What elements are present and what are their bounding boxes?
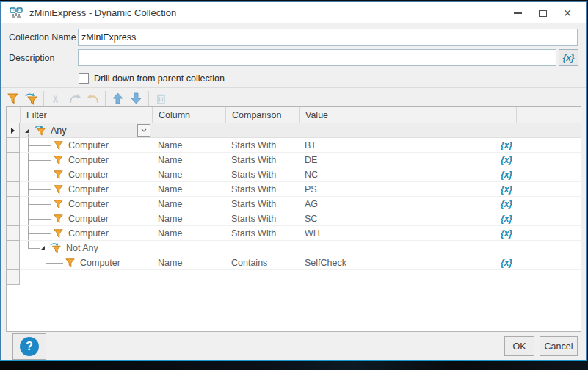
value-text: SelfCheck <box>305 258 346 268</box>
filter-row[interactable]: Computer Name Starts With WH{x} <box>7 226 581 241</box>
comparison-cell: Starts With <box>225 153 299 167</box>
filter-row[interactable]: Computer Name Starts With SC{x} <box>7 211 581 226</box>
expression-button[interactable]: {x} <box>501 214 516 224</box>
move-down-button[interactable] <box>128 90 145 107</box>
filter-row[interactable]: Computer Name Contains SelfCheck{x} <box>7 255 581 270</box>
group-operator-dropdown[interactable] <box>137 124 150 137</box>
column-cell: Name <box>152 182 225 197</box>
value-text: AG <box>305 199 318 209</box>
help-button[interactable]: ? <box>12 333 46 360</box>
filter-type-label: Computer <box>68 184 109 195</box>
filter-group-row-any[interactable]: Any <box>7 123 581 138</box>
dynamic-collection-dialog: zMiniExpress - Dynamic Collection ✕ Coll… <box>0 1 587 361</box>
expression-button[interactable]: {x} <box>501 199 516 209</box>
expression-button[interactable]: {x} <box>501 258 516 268</box>
filter-type-label: Computer <box>68 170 109 180</box>
filter-icon <box>65 258 76 268</box>
comparison-cell <box>225 241 299 255</box>
row-selector[interactable] <box>7 138 20 153</box>
extra-cell <box>516 211 581 226</box>
row-selector[interactable] <box>7 255 20 270</box>
maximize-button[interactable] <box>530 4 555 23</box>
expression-button[interactable]: {x} <box>501 228 516 239</box>
value-text: NC <box>305 170 318 180</box>
description-label: Description <box>9 53 55 63</box>
tree-line <box>46 255 46 263</box>
undo-icon <box>87 92 100 104</box>
value-text: PS <box>305 184 317 195</box>
paste-icon <box>68 92 81 104</box>
filter-toolbar: ✂ <box>4 89 170 108</box>
value-text: SC <box>305 214 317 224</box>
value-cell: BT{x} <box>299 138 516 153</box>
filter-row[interactable]: Computer Name Starts With DE{x} <box>7 153 581 167</box>
toolbar-divider <box>1 87 586 88</box>
column-cell: Name <box>152 197 225 211</box>
expander-icon[interactable] <box>24 128 30 134</box>
expander-icon[interactable] <box>40 245 46 251</box>
close-icon: ✕ <box>563 8 572 18</box>
filter-row[interactable]: Computer Name Starts With NC{x} <box>7 167 581 182</box>
chevron-down-icon <box>141 128 147 132</box>
undo-button[interactable] <box>84 90 101 107</box>
filter-row[interactable]: Computer Name Starts With AG{x} <box>7 197 581 211</box>
header-value[interactable]: Value <box>299 107 516 123</box>
help-icon: ? <box>20 337 39 356</box>
comparison-cell <box>225 123 299 138</box>
arrow-up-icon <box>112 92 123 104</box>
value-cell: SelfCheck{x} <box>299 255 516 270</box>
filter-type-label: Computer <box>68 155 109 165</box>
ok-button[interactable]: OK <box>504 336 534 356</box>
group-operator-label: Any <box>51 126 67 136</box>
delete-button[interactable] <box>153 90 170 107</box>
description-expression-button[interactable]: {x} <box>559 49 578 66</box>
close-button[interactable]: ✕ <box>555 4 580 23</box>
value-text: DE <box>305 155 317 165</box>
tree-line <box>46 263 63 264</box>
cut-button[interactable]: ✂ <box>48 90 65 107</box>
cancel-button[interactable]: Cancel <box>540 336 578 356</box>
add-filter-button[interactable] <box>4 90 21 107</box>
minimize-button[interactable] <box>505 4 530 23</box>
filter-row[interactable]: Computer Name Starts With BT{x} <box>7 138 581 153</box>
column-cell: Name <box>152 211 225 226</box>
expression-button[interactable]: {x} <box>501 155 516 165</box>
filter-group-row-not-any[interactable]: Not Any <box>7 241 581 255</box>
arrow-down-icon <box>131 92 142 104</box>
row-selector[interactable] <box>7 241 20 255</box>
toolbar-separator <box>148 91 149 106</box>
row-selector[interactable] <box>7 197 20 211</box>
row-selector[interactable] <box>7 226 20 241</box>
header-filter[interactable]: Filter <box>20 107 152 123</box>
window-controls: ✕ <box>505 4 580 23</box>
row-selector[interactable] <box>7 123 20 138</box>
filter-row[interactable]: Computer Name Starts With PS{x} <box>7 182 581 197</box>
header-column[interactable]: Column <box>152 107 225 123</box>
value-cell: SC{x} <box>299 211 516 226</box>
row-selector[interactable] <box>7 167 20 182</box>
move-up-button[interactable] <box>109 90 126 107</box>
value-cell: NC{x} <box>299 167 516 182</box>
expression-button[interactable]: {x} <box>501 170 516 180</box>
comparison-cell: Starts With <box>225 226 299 241</box>
row-selector[interactable] <box>7 211 20 226</box>
row-selector[interactable] <box>7 153 20 167</box>
comparison-cell: Starts With <box>225 211 299 226</box>
description-input[interactable] <box>78 49 556 66</box>
titlebar: zMiniExpress - Dynamic Collection ✕ <box>1 2 586 23</box>
drill-down-checkbox[interactable] <box>79 73 89 84</box>
collection-name-input[interactable] <box>78 29 578 46</box>
group-operator-label: Not Any <box>66 243 98 253</box>
paste-button[interactable] <box>66 90 83 107</box>
expression-button[interactable]: {x} <box>501 140 516 150</box>
cut-icon: ✂ <box>49 94 62 104</box>
header-comparison[interactable]: Comparison <box>225 107 299 123</box>
row-selector[interactable] <box>7 182 20 197</box>
header-row-selector <box>7 107 20 123</box>
add-filter-group-button[interactable] <box>23 90 40 107</box>
current-row-icon <box>11 128 15 134</box>
expression-button[interactable]: {x} <box>501 184 516 195</box>
new-filter-row[interactable] <box>7 270 581 285</box>
row-selector[interactable] <box>7 270 20 285</box>
column-cell: Name <box>152 153 225 167</box>
